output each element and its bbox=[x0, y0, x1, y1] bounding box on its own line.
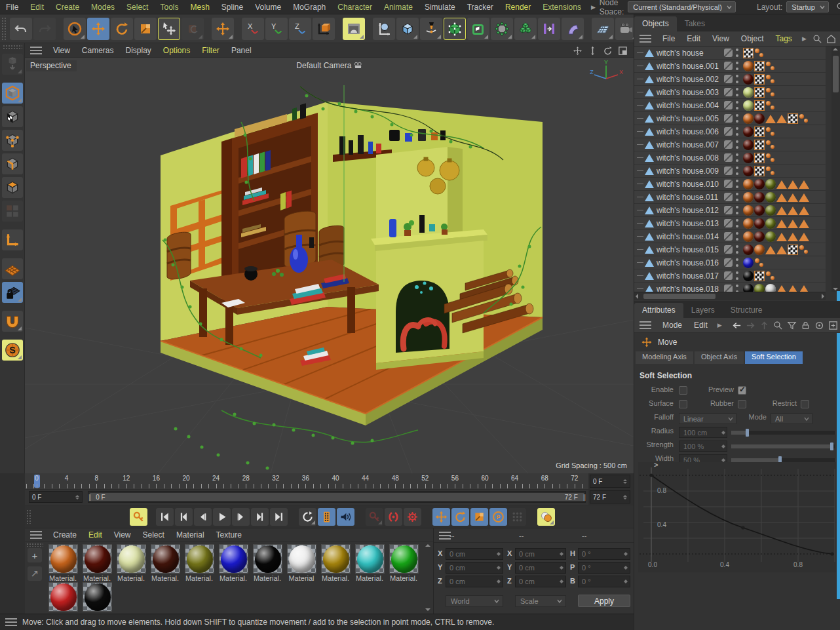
menu-create[interactable]: Create bbox=[50, 3, 85, 12]
material-menu-texture[interactable]: Texture bbox=[210, 530, 248, 540]
object-row[interactable]: witch's house.010 bbox=[634, 178, 826, 191]
menu-edit[interactable]: Edit bbox=[24, 3, 50, 12]
phong-tag-icon[interactable] bbox=[765, 87, 776, 98]
object-name[interactable]: witch's house.001 bbox=[657, 62, 719, 71]
target-icon[interactable] bbox=[814, 320, 825, 331]
selection-tag-icon[interactable] bbox=[799, 220, 809, 228]
layer-chip[interactable] bbox=[724, 153, 733, 162]
coord-field-p-2[interactable]: 0 ° bbox=[578, 562, 630, 574]
current-frame-field[interactable]: 0 F bbox=[590, 475, 630, 488]
phong-tag-icon[interactable] bbox=[765, 74, 776, 85]
strength-field[interactable]: 100 % bbox=[679, 441, 727, 452]
coord-field-y-1[interactable]: 0 cm bbox=[515, 562, 566, 574]
layer-chip[interactable] bbox=[724, 62, 733, 70]
material-tag-icon[interactable] bbox=[743, 284, 754, 292]
selection-tag-icon[interactable] bbox=[776, 180, 787, 189]
texture-mode-icon[interactable] bbox=[2, 106, 23, 127]
range-start-field[interactable]: 0 F bbox=[29, 491, 83, 503]
polygon-mode-icon[interactable] bbox=[2, 177, 23, 198]
menu-tools[interactable]: Tools bbox=[154, 3, 184, 12]
visibility-dots[interactable] bbox=[736, 62, 738, 70]
graph-expander[interactable]: > bbox=[654, 461, 658, 469]
phong-tag-icon[interactable] bbox=[765, 153, 776, 163]
range-handle-right[interactable]: || bbox=[583, 494, 585, 501]
object-row[interactable]: witch's house.015 bbox=[634, 243, 826, 256]
material-tag-icon[interactable] bbox=[765, 192, 776, 203]
home-icon[interactable] bbox=[826, 33, 837, 45]
coord-field-x-1[interactable]: 0 cm bbox=[515, 548, 566, 560]
selection-tag-icon[interactable] bbox=[765, 115, 776, 123]
object-row[interactable]: witch's house.005 bbox=[634, 112, 826, 125]
object-row[interactable]: witch's house.008 bbox=[634, 151, 826, 165]
material-tag-icon[interactable] bbox=[754, 218, 765, 229]
visibility-dots[interactable] bbox=[736, 140, 738, 149]
layer-chip[interactable] bbox=[724, 206, 733, 214]
material-tag-icon[interactable] bbox=[765, 218, 776, 229]
rubber-checkbox[interactable] bbox=[738, 400, 746, 408]
edge-mode-icon[interactable] bbox=[2, 153, 23, 174]
object-row[interactable]: witch's house.012 bbox=[634, 204, 826, 217]
layer-chip[interactable] bbox=[724, 114, 733, 123]
phong-tag-icon[interactable] bbox=[799, 245, 809, 255]
object-name[interactable]: witch's house.007 bbox=[657, 140, 719, 149]
viewport-menu-options[interactable]: Options bbox=[157, 46, 196, 55]
record-gear-icon[interactable] bbox=[404, 508, 421, 526]
material-swatch[interactable]: Material. bbox=[353, 544, 387, 582]
attributes-menu-edit[interactable]: Edit bbox=[688, 321, 714, 330]
visibility-dots[interactable] bbox=[736, 180, 738, 188]
material-menu-select[interactable]: Select bbox=[137, 530, 170, 540]
material-swatch[interactable]: Material. bbox=[46, 582, 80, 614]
object-name[interactable]: witch's house.005 bbox=[657, 114, 719, 123]
uvw-tag-icon[interactable] bbox=[754, 271, 765, 281]
material-tag-icon[interactable] bbox=[743, 153, 754, 163]
key-red-icon[interactable] bbox=[366, 508, 383, 526]
apply-button[interactable]: Apply bbox=[578, 595, 630, 607]
falloff-curve-graph[interactable]: > 0.8 0.4 bbox=[638, 462, 836, 572]
attributes-menu-overflow[interactable]: ▶ bbox=[714, 322, 726, 328]
uvw-tag-icon[interactable] bbox=[754, 127, 765, 137]
model-mode-icon[interactable] bbox=[2, 83, 23, 104]
object-name[interactable]: witch's house bbox=[657, 49, 704, 58]
play-icon[interactable] bbox=[213, 508, 231, 526]
menu-animate[interactable]: Animate bbox=[378, 3, 419, 12]
zoom-view-icon[interactable] bbox=[587, 45, 598, 56]
visibility-dots[interactable] bbox=[736, 88, 738, 96]
object-row[interactable]: witch's house.013 bbox=[634, 217, 826, 230]
undo-icon[interactable] bbox=[10, 18, 32, 40]
material-tag-icon[interactable] bbox=[743, 87, 754, 98]
floor-icon[interactable] bbox=[592, 18, 614, 40]
uvw-tag-icon[interactable] bbox=[754, 100, 765, 111]
material-swatch[interactable]: Material. bbox=[216, 544, 250, 582]
layer-chip[interactable] bbox=[724, 167, 733, 175]
object-menu-overflow[interactable]: ▶ bbox=[798, 35, 811, 42]
material-swatch[interactable]: Material. bbox=[250, 544, 284, 582]
object-name[interactable]: witch's house.003 bbox=[657, 88, 719, 97]
radius-slider[interactable] bbox=[731, 430, 835, 435]
field-icon[interactable] bbox=[562, 18, 584, 40]
material-menu-material[interactable]: Material bbox=[170, 530, 210, 540]
selection-tag-icon[interactable] bbox=[776, 220, 787, 228]
selection-tag-icon[interactable] bbox=[788, 193, 798, 202]
subdivision-surface-icon[interactable] bbox=[467, 18, 489, 40]
uvw-tag-icon[interactable] bbox=[754, 87, 765, 98]
material-tag-icon[interactable] bbox=[743, 179, 754, 189]
volume-builder-icon[interactable] bbox=[514, 18, 537, 40]
object-row[interactable]: witch's house.017 bbox=[634, 269, 826, 283]
axis-y-icon[interactable]: Y bbox=[265, 18, 288, 40]
coord-field-x-0[interactable]: 0 cm bbox=[446, 548, 503, 560]
material-swatch[interactable]: Material. bbox=[318, 544, 353, 582]
phong-tag-icon[interactable] bbox=[765, 100, 776, 111]
play-loop-icon[interactable] bbox=[299, 508, 316, 526]
visibility-dots[interactable] bbox=[736, 219, 738, 227]
viewport-scene[interactable] bbox=[25, 58, 634, 473]
menu-modes[interactable]: Modes bbox=[85, 3, 121, 12]
selection-tag-icon[interactable] bbox=[788, 207, 798, 215]
phong-tag-icon[interactable] bbox=[765, 61, 776, 71]
material-tag-icon[interactable] bbox=[754, 113, 765, 124]
mode-dropdown[interactable]: All bbox=[771, 413, 812, 424]
uvw-tag-icon[interactable] bbox=[788, 245, 798, 255]
layer-chip[interactable] bbox=[724, 258, 733, 267]
visibility-dots[interactable] bbox=[736, 101, 738, 109]
object-list-hscrollbar[interactable] bbox=[634, 292, 826, 300]
object-name[interactable]: witch's house.018 bbox=[657, 285, 719, 292]
